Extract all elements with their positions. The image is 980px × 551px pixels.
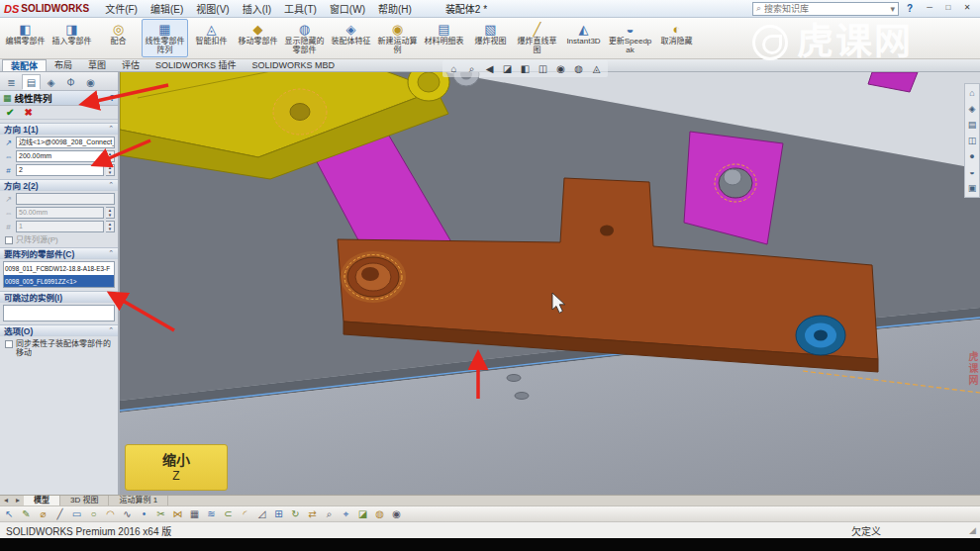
tab-scroll-right-icon[interactable]: ▸ <box>12 496 24 505</box>
menu-item[interactable]: 插入(I) <box>237 0 277 17</box>
maximize-button[interactable]: □ <box>939 2 957 15</box>
tool-icon-smart-dimension[interactable]: ⌀ <box>37 508 49 519</box>
cancel-button[interactable]: ✖ <box>24 107 32 118</box>
minimize-button[interactable]: ─ <box>921 2 938 15</box>
hud-icon-hide-show-items[interactable]: ◉ <box>553 63 568 74</box>
section-header-skip-instances[interactable]: 可跳过的实例(I) ⌃ <box>0 291 118 303</box>
task-pane-icon-forum[interactable]: ▣ <box>965 181 979 195</box>
spacing-stepper[interactable]: ▴ ▾ <box>106 150 115 162</box>
menu-item[interactable]: 视图(V) <box>190 0 235 17</box>
ribbon-button-bill-of-materials[interactable]: ▤ 材料明细表 <box>421 19 467 57</box>
tool-icon-chamfer[interactable]: ◿ <box>255 508 268 519</box>
menu-item[interactable]: 工具(T) <box>278 0 323 17</box>
command-tab[interactable]: 草图 <box>80 59 114 71</box>
task-pane-icon-file-explorer[interactable]: ▤ <box>965 118 979 132</box>
section-header-options[interactable]: 选项(O) ⌃ <box>0 324 118 336</box>
section-header-direction-1[interactable]: 方向 1(1) ⌃ <box>0 123 118 135</box>
panel-help-icon[interactable]: ? <box>110 93 116 103</box>
manager-tab-configuration-manager[interactable]: ◈ <box>42 74 60 90</box>
command-tab[interactable]: SOLIDWORKS MBD <box>245 59 343 71</box>
reverse-direction-icon[interactable]: ↗ <box>3 195 14 204</box>
pattern-seed-only-checkbox[interactable] <box>5 236 13 244</box>
hud-icon-view-orientation[interactable]: ◧ <box>518 63 533 74</box>
spin-down-icon[interactable]: ▾ <box>106 156 114 161</box>
tool-icon-trim[interactable]: ✂ <box>154 508 167 519</box>
ribbon-button-edit-component[interactable]: ◧ 编辑零部件 <box>2 19 49 57</box>
ribbon-button-linear-component-pattern[interactable]: ▦ 线性零部件阵列 <box>142 19 188 57</box>
manager-tab-property-manager[interactable]: ▤ <box>22 74 41 90</box>
component-list-item-selected[interactable]: 0098_005_FL6991ZZ<1> <box>4 275 114 288</box>
count-stepper[interactable]: ▴ ▾ <box>106 221 115 232</box>
task-pane-icon-view-palette[interactable]: ◫ <box>965 134 979 147</box>
model-tab[interactable]: 模型 <box>24 496 60 505</box>
close-button[interactable]: ✕ <box>958 2 976 15</box>
manager-tab-dimxpert-manager[interactable]: Φ <box>61 74 80 90</box>
command-tab[interactable]: 装配体 <box>2 59 47 71</box>
tool-icon-grid[interactable]: ⊞ <box>272 508 285 519</box>
tab-scroll-left-icon[interactable]: ◂ <box>0 496 12 505</box>
count-stepper[interactable]: ▴ ▾ <box>106 164 115 176</box>
menu-item[interactable]: 文件(F) <box>99 0 144 17</box>
task-pane-icon-appearances[interactable]: ● <box>965 149 979 163</box>
tool-icon-convert-entities[interactable]: ⊂ <box>222 508 235 519</box>
tool-icon-select[interactable]: ↖ <box>3 508 16 519</box>
menu-item[interactable]: 帮助(H) <box>372 0 418 17</box>
tool-icon-spline[interactable]: ∿ <box>121 508 134 519</box>
tool-icon-line[interactable]: ╱ <box>53 508 66 519</box>
section-header-components[interactable]: 要阵列的零部件(C) ⌃ <box>0 247 118 259</box>
hud-icon-apply-scene[interactable]: ◬ <box>589 63 604 74</box>
tool-icon-section[interactable]: ◪ <box>356 508 369 519</box>
model-tab[interactable]: 3D 视图 <box>60 496 109 505</box>
tool-icon-point[interactable]: • <box>138 508 150 519</box>
tool-icon-rotate-view[interactable]: ↻ <box>289 508 302 519</box>
ribbon-button-exploded-view[interactable]: ▧ 爆炸视图 <box>467 19 514 57</box>
hud-icon-display-style[interactable]: ◫ <box>536 63 550 74</box>
reverse-direction-icon[interactable]: ↗ <box>3 138 14 147</box>
tool-icon-offset[interactable]: ≋ <box>205 508 218 519</box>
command-tab[interactable]: 布局 <box>47 59 80 71</box>
menu-item[interactable]: 窗口(W) <box>324 0 371 17</box>
direction2-count-input[interactable]: 1 <box>16 221 104 232</box>
ribbon-button-explode-line-sketch[interactable]: ╱ 爆炸直线草图 <box>514 19 560 57</box>
ribbon-button-instant3d[interactable]: ◭ Instant3D <box>560 19 607 57</box>
direction1-count-input[interactable]: 2 <box>16 164 104 176</box>
direction2-spacing-input[interactable]: 50.00mm <box>16 207 104 219</box>
ribbon-button-hide-show[interactable]: ◐ 取消隐藏 <box>653 19 700 57</box>
section-header-direction-2[interactable]: 方向 2(2) ⌃ <box>0 179 118 191</box>
command-tab[interactable]: SOLIDWORKS 插件 <box>147 59 245 71</box>
ribbon-button-assembly-features[interactable]: ◈ 装配体特征 <box>328 19 374 57</box>
direction1-edge-field[interactable]: 边线<1>@0098_208_Connect_Plat <box>16 137 115 148</box>
tool-icon-fillet[interactable]: ◜ <box>239 508 251 519</box>
task-pane-icon-design-library[interactable]: ◈ <box>965 102 979 116</box>
search-input[interactable] <box>764 4 887 14</box>
ribbon-button-mate[interactable]: ◎ 配合 <box>95 19 142 57</box>
hud-icon-zoom-fit[interactable]: ⌂ <box>446 63 461 74</box>
component-list-item[interactable]: 0098_011_FCBDW12-18.8-A18-E3-F <box>4 262 114 275</box>
tool-icon-circle[interactable]: ○ <box>87 508 100 519</box>
tool-icon-appearance[interactable]: ◉ <box>390 508 403 519</box>
model-tab[interactable]: 运动算例 1 <box>109 496 168 505</box>
ribbon-button-update-speedpak[interactable]: ◒ 更新Speedpak <box>607 19 653 57</box>
tool-icon-pan[interactable]: ⇄ <box>306 508 319 519</box>
manager-tab-feature-manager[interactable]: ≣ <box>2 74 21 90</box>
sync-flexible-checkbox[interactable] <box>5 340 13 348</box>
hud-icon-edit-appearance[interactable]: ◍ <box>571 63 586 74</box>
resize-grip-icon[interactable]: ◢ <box>969 525 976 535</box>
spin-down-icon[interactable]: ▾ <box>106 170 114 175</box>
ok-button[interactable]: ✔ <box>6 107 14 118</box>
spin-down-icon[interactable]: ▾ <box>106 227 114 231</box>
direction2-edge-field[interactable] <box>16 193 115 205</box>
command-tab[interactable]: 评估 <box>114 59 147 71</box>
menu-item[interactable]: 编辑(E) <box>145 0 189 17</box>
tool-icon-measure[interactable]: ⌖ <box>340 508 352 520</box>
tool-icon-zoom[interactable]: ⌕ <box>323 508 336 520</box>
components-listbox[interactable]: 0098_011_FCBDW12-18.8-A18-E3-F 0098_005_… <box>3 261 115 288</box>
ribbon-button-insert-components[interactable]: ◨ 插入零部件 <box>49 19 95 57</box>
hud-icon-section-view[interactable]: ◪ <box>500 63 515 74</box>
ribbon-button-smart-fasteners[interactable]: ◬ 智能扣件 <box>188 19 235 57</box>
hud-icon-zoom-area[interactable]: ⌕ <box>464 63 479 75</box>
hud-icon-previous-view[interactable]: ◀ <box>482 63 497 74</box>
spin-down-icon[interactable]: ▾ <box>106 213 114 218</box>
tool-icon-display-settings[interactable]: ◍ <box>373 508 386 519</box>
search-dropdown-icon[interactable]: ▾ <box>890 4 895 14</box>
